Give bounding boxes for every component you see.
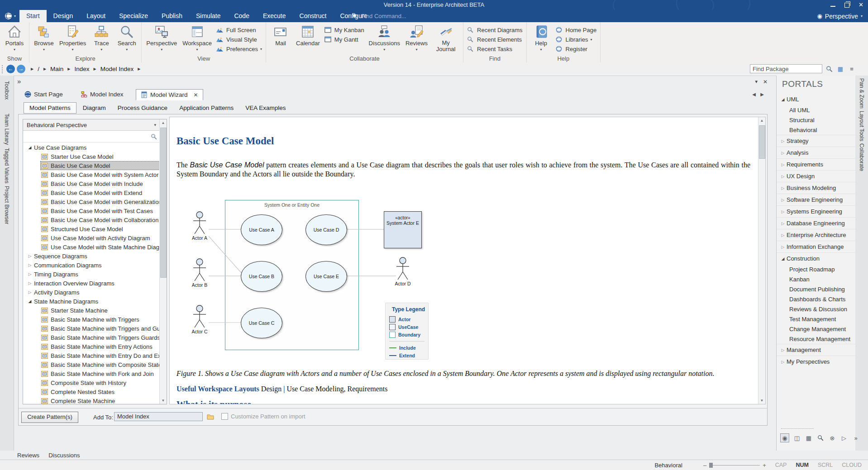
tree-item-basic-state-machine-with-fork-and-join[interactable]: Basic State Machine with Fork and Join (40, 369, 160, 378)
tree-item-starter-use-case-model[interactable]: Starter Use Case Model (40, 152, 160, 161)
visual-style-button[interactable]: Visual Style (216, 35, 262, 44)
browse-folder-button[interactable] (205, 412, 215, 421)
tree-item-basic-use-case-model-with-extend[interactable]: Basic Use Case Model with Extend (40, 188, 160, 197)
scroll-up-icon[interactable]: ▲ (758, 117, 765, 124)
tree-item-basic-use-case-model-with-system-actor[interactable]: Basic Use Case Model with System Actor (40, 170, 160, 179)
tree-item-basic-use-case-model-with-test-cases[interactable]: Basic Use Case Model with Test Cases (40, 206, 160, 215)
portal-item-behavioral[interactable]: Behavioral (777, 125, 855, 135)
overflow-chevron-icon[interactable]: » (17, 77, 21, 85)
portal-item-business-modeling[interactable]: ▷Business Modeling (777, 182, 855, 194)
menu-tab-specialize[interactable]: Specialize (112, 10, 155, 22)
portal-item-software-engineering[interactable]: ▷Software Engineering (777, 194, 855, 205)
scroll-tabs-right-icon[interactable]: ▶ (760, 92, 764, 97)
tree-section-timing-diagrams[interactable]: ▷Timing Diagrams (23, 270, 160, 279)
portal-item-analysis[interactable]: ▷Analysis (777, 147, 855, 158)
tree-item-structured-use-case-model[interactable]: Structured Use Case Model (40, 224, 160, 233)
expand-icon[interactable]: ▷ (779, 139, 787, 143)
portals-button[interactable]: Portals▾ (2, 24, 27, 52)
tab-menu-icon[interactable]: ▾ (755, 79, 758, 85)
expand-icon[interactable]: ▷ (779, 198, 787, 202)
find-command-box[interactable]: Find Command... (352, 10, 406, 22)
perspective-button[interactable]: Perspective▾ (143, 24, 180, 52)
scroll-tabs-left-icon[interactable]: ◀ (752, 92, 756, 97)
sidebar-tab-tagged-values[interactable]: Tagged Values (4, 148, 10, 184)
tab-discussions[interactable]: Discussions (48, 452, 80, 459)
scrollbar-thumb[interactable] (160, 128, 167, 278)
zoom-slider-thumb[interactable] (709, 463, 713, 468)
tree-item-basic-state-machine-with-triggers-guards-a[interactable]: Basic State Machine with Triggers Guards… (40, 333, 160, 342)
perspective-button[interactable]: ◉ Perspective ▾ (817, 10, 863, 22)
expand-icon[interactable]: ▷ (27, 254, 33, 258)
sidebar-tab-team-library[interactable]: Team Library (4, 114, 10, 145)
tab-model-index[interactable]: Model Index (76, 89, 128, 100)
tab-model-wizard[interactable]: Model Wizard✕ (136, 89, 203, 100)
perspective-selector[interactable]: Behavioral Perspective ▾ (23, 119, 160, 131)
search-icon[interactable] (825, 64, 834, 73)
breadcrumb-item-[interactable]: / (38, 66, 39, 72)
tree-item-composite-state-with-history[interactable]: Composite State with History (40, 378, 160, 387)
tree-item-basic-state-machine-with-entry-do-and-exit[interactable]: Basic State Machine with Entry Do and Ex… (40, 351, 160, 360)
menu-tab-publish[interactable]: Publish (155, 10, 189, 22)
register-button[interactable]: Register (556, 44, 597, 54)
close-tab-icon[interactable]: ✕ (763, 79, 768, 85)
tree-item-basic-use-case-model[interactable]: Basic Use Case Model (40, 161, 160, 170)
reviews-button[interactable]: Reviews▾ (403, 24, 430, 52)
breadcrumb-item-main[interactable]: Main (50, 66, 63, 72)
tab-model-patterns[interactable]: Model Patterns (24, 102, 76, 114)
portal-item-enterprise-architecture[interactable]: ▷Enterprise Architecture (777, 229, 855, 241)
portal-item-uml[interactable]: ◢UML (777, 94, 855, 105)
pattern-search-box[interactable] (23, 131, 160, 142)
menu-tab-layout[interactable]: Layout (80, 10, 112, 22)
portal-item-management[interactable]: ▷Management (777, 344, 855, 356)
menu-tab-design[interactable]: Design (47, 10, 80, 22)
tree-item-basic-state-machine-with-composite-state[interactable]: Basic State Machine with Composite State (40, 360, 160, 369)
grid-icon[interactable]: ▦ (805, 434, 813, 442)
expand-icon[interactable]: ▷ (779, 233, 787, 237)
portal-item-kanban[interactable]: Kanban (777, 274, 855, 284)
expand-icon[interactable]: ▷ (779, 245, 787, 249)
expand-icon[interactable]: ▷ (779, 221, 787, 226)
close-icon[interactable]: ✕ (194, 92, 198, 98)
scrollbar-thumb[interactable] (759, 125, 765, 159)
menu-tab-construct[interactable]: Construct (293, 10, 334, 22)
expand-icon[interactable]: ▷ (779, 162, 787, 167)
menu-tab-start[interactable]: Start (19, 10, 47, 22)
menu-icon[interactable]: ≡ (847, 64, 856, 73)
collapse-icon[interactable]: ◢ (27, 145, 33, 150)
tab-diagram[interactable]: Diagram (77, 103, 111, 113)
browse-button[interactable]: Browse▾ (31, 24, 57, 52)
focus-view-icon[interactable]: ◉ (780, 433, 789, 442)
portal-item-dashboards-charts[interactable]: Dashboards & Charts (777, 294, 855, 304)
sidebar-tab-layout-tools[interactable]: Layout Tools (858, 111, 865, 141)
grid-view-icon[interactable]: ▦ (836, 64, 845, 73)
scroll-down-icon[interactable]: ▼ (160, 397, 167, 404)
search-icon[interactable] (816, 434, 825, 442)
tree-item-use-case-model-with-state-machine-diagram[interactable]: Use Case Model with State Machine Diagra… (40, 242, 160, 252)
portal-item-my-perspectives[interactable]: ▷My Perspectives (777, 356, 855, 367)
tab-process-guidance[interactable]: Process Guidance (112, 103, 173, 113)
portal-item-all-uml[interactable]: All UML (777, 105, 855, 115)
tree-item-starter-state-machine[interactable]: Starter State Machine (40, 306, 160, 315)
tree-section-state-machine-diagrams[interactable]: ◢State Machine Diagrams (23, 297, 160, 306)
portal-item-requirements[interactable]: ▷Requirements (777, 158, 855, 170)
recent-elements-button[interactable]: Recent Elements (467, 35, 522, 44)
calendar-button[interactable]: Calendar (293, 24, 323, 47)
tab-vea-examples[interactable]: VEA Examples (240, 103, 291, 113)
tree-item-basic-state-machine-with-entry-actions[interactable]: Basic State Machine with Entry Actions (40, 342, 160, 351)
zoom-in-button[interactable]: + (763, 462, 766, 469)
tree-item-basic-use-case-model-with-generalization[interactable]: Basic Use Case Model with Generalization (40, 197, 160, 206)
expand-icon[interactable]: ▷ (779, 186, 787, 190)
my-gantt-button[interactable]: My Gantt (324, 35, 364, 44)
menu-tab-code[interactable]: Code (227, 10, 256, 22)
portal-item-document-publishing[interactable]: Document Publishing (777, 284, 855, 294)
tree-scrollbar[interactable]: ▲ ▼ (159, 119, 167, 404)
search-button[interactable]: Search▾ (114, 24, 139, 52)
collapse-icon[interactable]: ◢ (779, 97, 787, 102)
close-button[interactable]: ✕ (858, 2, 863, 8)
properties-button[interactable]: Properties▾ (57, 24, 89, 52)
zoom-slider[interactable] (709, 465, 760, 465)
help-button[interactable]: Help▾ (529, 24, 554, 52)
tree-item-basic-use-case-model-with-collaboration[interactable]: Basic Use Case Model with Collaboration (40, 215, 160, 224)
breadcrumb-item-model-index[interactable]: Model Index (100, 66, 134, 72)
tab-reviews[interactable]: Reviews (17, 452, 39, 459)
